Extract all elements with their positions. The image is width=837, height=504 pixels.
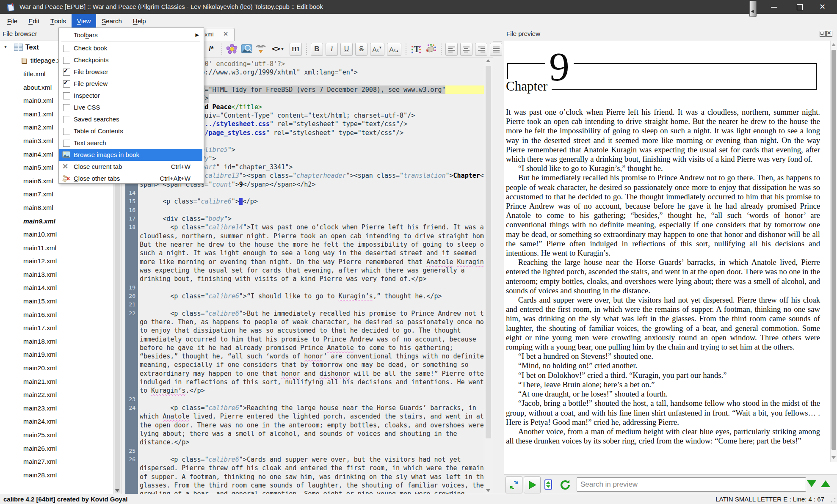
code-line[interactable]: immediately occurred to him that his pro…	[125, 335, 493, 344]
preview-content[interactable]: 9 Chapter It was past one o’clock when P…	[504, 41, 831, 462]
menu-view[interactable]: View	[72, 14, 97, 28]
file-item-main18.xml[interactable]: main18.xml	[0, 335, 113, 348]
menu-item-inspector[interactable]: Inspector	[59, 90, 202, 102]
dropdown-arrow-icon[interactable]: ▼	[280, 47, 284, 51]
code-line[interactable]: 16	[125, 206, 493, 215]
tab-close-icon[interactable]: ✕	[223, 30, 228, 37]
code-line[interactable]: extraordinary may happen to one that hon…	[125, 369, 493, 378]
scrollbar-thumb[interactable]	[831, 50, 836, 450]
code-line[interactable]: 17 <div class="body">	[125, 215, 493, 223]
menu-item-browse-images-in-book[interactable]: Browse images in book	[59, 149, 202, 161]
menu-item-checkpoints[interactable]: Checkpoints	[59, 54, 202, 66]
menu-item-file-preview[interactable]: ✓File preview	[59, 78, 202, 90]
code-line[interactable]: dispersed. Pierre threw off his cloak an…	[125, 464, 493, 472]
file-item-main22.xml[interactable]: main22.xml	[0, 388, 113, 402]
auto-reload-button[interactable]	[506, 476, 522, 493]
menu-tools[interactable]: Tools	[45, 14, 72, 28]
menu-item-live-css[interactable]: Live CSS	[59, 102, 202, 113]
subscript-icon[interactable]: As▼	[370, 43, 384, 56]
file-item-main19.xml[interactable]: main19.xml	[0, 348, 113, 362]
code-line[interactable]: go there. Then, as happens to people of …	[125, 318, 493, 326]
code-line[interactable]: 23	[125, 395, 493, 404]
find-next-icon[interactable]	[807, 480, 816, 487]
file-item-main16.xml[interactable]: main16.xml	[0, 308, 113, 322]
code-line[interactable]: 14	[125, 189, 493, 197]
code-line[interactable]: before he gave it he had already promise…	[125, 344, 493, 352]
menu-item-close-current-tab[interactable]: ✕Close current tabCtrl+W	[59, 161, 202, 173]
code-line[interactable]: 18 <p class="calibre14">It was past one …	[125, 223, 493, 231]
italic-icon[interactable]: I	[326, 43, 338, 56]
code-line[interactable]: cloudless, northern, summer night. Pierr…	[125, 232, 493, 240]
search-in-preview-input[interactable]	[577, 477, 806, 492]
code-line[interactable]: more like morning or evening than night.…	[125, 258, 493, 266]
anchor-icon[interactable]	[254, 43, 267, 55]
file-item-main28.xml[interactable]: main28.xml	[0, 468, 113, 482]
panel-close-icon[interactable]: ✕	[826, 31, 832, 37]
code-line[interactable]: of supper. A footman, thinking no one sa…	[125, 473, 493, 481]
volume-overlay-handle[interactable]	[749, 1, 757, 17]
code-line[interactable]: distance.</p>	[125, 438, 493, 446]
reload-icon[interactable]	[559, 479, 571, 491]
align-center-icon[interactable]	[460, 43, 472, 56]
background-color-icon[interactable]	[424, 43, 437, 55]
code-line[interactable]: 19	[125, 284, 493, 292]
code-line[interactable]: to Kuragin’s.</p>	[125, 386, 493, 395]
align-justify-icon[interactable]	[490, 43, 502, 56]
file-item-main14.xml[interactable]: main14.xml	[0, 281, 113, 295]
code-line[interactable]: 21	[125, 300, 493, 309]
file-item-main20.xml[interactable]: main20.xml	[0, 361, 113, 375]
code-line[interactable]: 26 <p class="calibre6">Cards and supper …	[125, 455, 493, 464]
code-line[interactable]: 20 <p class="calibre6">“I should like to…	[125, 292, 493, 300]
code-line[interactable]: glasses. From the third room came sounds…	[125, 481, 493, 490]
resize-grip[interactable]	[830, 497, 836, 503]
code-line[interactable]: lying about; there was a smell of alcoho…	[125, 430, 493, 438]
code-line[interactable]: drinking bout, finishing with visits of …	[125, 275, 493, 283]
code-line[interactable]: 24 <p class="calibre6">Reaching the larg…	[125, 404, 493, 412]
scroll-up-icon[interactable]	[831, 43, 836, 46]
code-line[interactable]: 22 <p class="calibre6">But he immediatel…	[125, 309, 493, 318]
file-item-main27.xml[interactable]: main27.xml	[0, 455, 113, 468]
refresh-preview-button[interactable]	[524, 476, 541, 493]
minimize-button[interactable]	[762, 0, 785, 14]
undock-icon[interactable]	[820, 31, 826, 37]
code-line[interactable]: indulged in reflections of this sort, nu…	[125, 378, 493, 386]
preview-scrollbar[interactable]	[830, 41, 837, 462]
file-item-main8.xml[interactable]: main8.xml	[0, 201, 113, 215]
flower-image-icon[interactable]	[226, 43, 238, 55]
menu-help[interactable]: Help	[127, 14, 152, 28]
menu-item-toolbars[interactable]: Toolbars▶	[59, 29, 202, 41]
align-left-icon[interactable]	[445, 43, 458, 56]
file-item-main23.xml[interactable]: main23.xml	[0, 402, 113, 415]
menu-file[interactable]: File	[2, 14, 23, 28]
code-line[interactable]: the open door. There was no one in the a…	[125, 421, 493, 430]
code-line[interactable]: was expecting the usual set for cards th…	[125, 266, 493, 275]
file-item-main25.xml[interactable]: main25.xml	[0, 428, 113, 442]
file-item-main17.xml[interactable]: main17.xml	[0, 321, 113, 335]
scroll-down-icon[interactable]	[831, 456, 836, 459]
menu-edit[interactable]: Edit	[23, 14, 45, 28]
file-item-main10.xml[interactable]: main10.xml	[0, 228, 113, 241]
scroll-up-icon[interactable]	[486, 59, 490, 62]
code-line[interactable]: to enjoy that dissipation he was so accu…	[125, 326, 493, 335]
file-item-main15.xml[interactable]: main15.xml	[0, 295, 113, 308]
browse-images-icon[interactable]	[240, 43, 253, 55]
code-line[interactable]: But the nearer he drew to the house the …	[125, 240, 493, 249]
bold-icon[interactable]: B	[311, 43, 323, 56]
file-item-main26.xml[interactable]: main26.xml	[0, 442, 113, 455]
code-line[interactable]: 15 <p class="calibre6"></p>	[125, 197, 493, 206]
insert-tag-icon[interactable]: <>▼	[269, 43, 287, 55]
comment-icon[interactable]: /*	[205, 43, 218, 55]
file-item-main7.xml[interactable]: main7.xml	[0, 188, 113, 201]
find-previous-icon[interactable]	[821, 480, 830, 487]
menu-search[interactable]: Search	[96, 14, 127, 28]
scroll-down-icon[interactable]	[486, 489, 490, 492]
menu-item-check-book[interactable]: Check book	[59, 42, 202, 54]
superscript-icon[interactable]: As▲	[387, 43, 401, 56]
chevron-down-icon[interactable]: ▾	[4, 44, 7, 50]
file-item-main24.xml[interactable]: main24.xml	[0, 415, 113, 429]
menu-item-text-search[interactable]: Text search	[59, 137, 202, 149]
editor-scrollbar[interactable]	[484, 58, 493, 494]
menu-item-close-other-tabs[interactable]: Close other tabsCtrl+Alt+W	[59, 173, 202, 185]
file-item-main21.xml[interactable]: main21.xml	[0, 375, 113, 388]
underline-icon[interactable]: U	[340, 43, 353, 56]
